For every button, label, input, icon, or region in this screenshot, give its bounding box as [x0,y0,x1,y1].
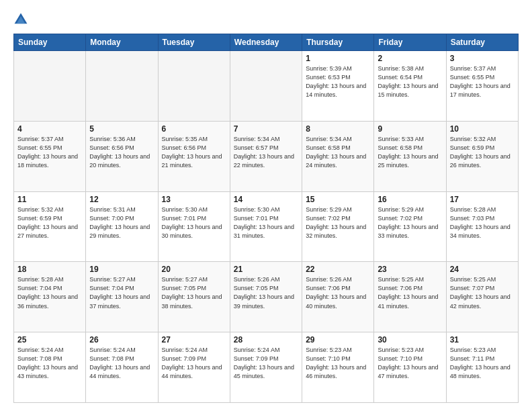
calendar-cell: 27Sunrise: 5:24 AMSunset: 7:09 PMDayligh… [158,332,230,403]
day-number: 2 [378,54,442,63]
calendar-header-sunday: Sunday [14,34,86,51]
day-info: Sunrise: 5:37 AMSunset: 6:55 PMDaylight:… [17,135,82,170]
calendar-table: SundayMondayTuesdayWednesdayThursdayFrid… [13,34,519,403]
calendar-week-row: 1Sunrise: 5:39 AMSunset: 6:53 PMDaylight… [14,51,519,122]
day-number: 12 [89,195,154,204]
calendar-cell: 2Sunrise: 5:38 AMSunset: 6:54 PMDaylight… [374,51,446,122]
calendar-cell: 21Sunrise: 5:26 AMSunset: 7:05 PMDayligh… [230,262,302,332]
day-info: Sunrise: 5:33 AMSunset: 6:58 PMDaylight:… [378,135,442,170]
calendar-cell: 24Sunrise: 5:25 AMSunset: 7:07 PMDayligh… [446,262,518,332]
day-number: 26 [89,335,154,345]
day-number: 17 [450,195,515,204]
calendar-header-tuesday: Tuesday [158,34,230,51]
logo-icon [13,12,28,27]
day-number: 31 [450,335,515,345]
calendar-cell [230,51,302,122]
day-info: Sunrise: 5:37 AMSunset: 6:55 PMDaylight:… [450,64,515,99]
calendar-header-row: SundayMondayTuesdayWednesdayThursdayFrid… [14,34,519,51]
calendar-header-monday: Monday [86,34,158,51]
day-number: 30 [378,335,442,345]
calendar-cell: 15Sunrise: 5:29 AMSunset: 7:02 PMDayligh… [302,191,374,262]
day-info: Sunrise: 5:35 AMSunset: 6:56 PMDaylight:… [162,135,226,170]
calendar-cell: 1Sunrise: 5:39 AMSunset: 6:53 PMDaylight… [302,51,374,122]
day-number: 14 [234,195,298,204]
day-info: Sunrise: 5:39 AMSunset: 6:53 PMDaylight:… [306,64,370,99]
day-info: Sunrise: 5:34 AMSunset: 6:57 PMDaylight:… [234,135,298,170]
day-number: 24 [450,265,515,274]
day-info: Sunrise: 5:30 AMSunset: 7:01 PMDaylight:… [162,205,226,240]
day-info: Sunrise: 5:29 AMSunset: 7:02 PMDaylight:… [306,205,370,240]
calendar-cell: 22Sunrise: 5:26 AMSunset: 7:06 PMDayligh… [302,262,374,332]
day-number: 21 [234,265,298,274]
day-info: Sunrise: 5:24 AMSunset: 7:09 PMDaylight:… [234,346,298,381]
day-info: Sunrise: 5:32 AMSunset: 6:59 PMDaylight:… [450,135,515,170]
day-number: 28 [234,335,298,345]
calendar-cell: 31Sunrise: 5:23 AMSunset: 7:11 PMDayligh… [446,332,518,403]
calendar-cell: 23Sunrise: 5:25 AMSunset: 7:06 PMDayligh… [374,262,446,332]
calendar-cell: 18Sunrise: 5:28 AMSunset: 7:04 PMDayligh… [14,262,86,332]
day-info: Sunrise: 5:26 AMSunset: 7:05 PMDaylight:… [234,275,298,310]
calendar-cell [86,51,158,122]
day-number: 16 [378,195,442,204]
calendar-cell: 13Sunrise: 5:30 AMSunset: 7:01 PMDayligh… [158,191,230,262]
calendar-cell: 25Sunrise: 5:24 AMSunset: 7:08 PMDayligh… [14,332,86,403]
day-info: Sunrise: 5:28 AMSunset: 7:03 PMDaylight:… [450,205,515,240]
logo [13,12,31,27]
calendar-cell: 7Sunrise: 5:34 AMSunset: 6:57 PMDaylight… [230,121,302,191]
day-info: Sunrise: 5:30 AMSunset: 7:01 PMDaylight:… [234,205,298,240]
calendar-header-friday: Friday [374,34,446,51]
calendar-cell: 12Sunrise: 5:31 AMSunset: 7:00 PMDayligh… [86,191,158,262]
calendar-cell: 9Sunrise: 5:33 AMSunset: 6:58 PMDaylight… [374,121,446,191]
calendar-week-row: 25Sunrise: 5:24 AMSunset: 7:08 PMDayligh… [14,332,519,403]
calendar-cell: 10Sunrise: 5:32 AMSunset: 6:59 PMDayligh… [446,121,518,191]
day-info: Sunrise: 5:25 AMSunset: 7:06 PMDaylight:… [378,275,442,310]
day-info: Sunrise: 5:27 AMSunset: 7:04 PMDaylight:… [89,275,154,310]
day-number: 23 [378,265,442,274]
page: SundayMondayTuesdayWednesdayThursdayFrid… [0,0,532,411]
day-number: 19 [89,265,154,274]
day-number: 5 [89,124,154,134]
calendar-cell: 11Sunrise: 5:32 AMSunset: 6:59 PMDayligh… [14,191,86,262]
calendar-cell: 20Sunrise: 5:27 AMSunset: 7:05 PMDayligh… [158,262,230,332]
calendar-cell: 17Sunrise: 5:28 AMSunset: 7:03 PMDayligh… [446,191,518,262]
day-info: Sunrise: 5:29 AMSunset: 7:02 PMDaylight:… [378,205,442,240]
day-number: 27 [162,335,226,345]
header [13,12,519,27]
day-number: 6 [162,124,226,134]
calendar-week-row: 4Sunrise: 5:37 AMSunset: 6:55 PMDaylight… [14,121,519,191]
day-number: 18 [17,265,82,274]
day-info: Sunrise: 5:24 AMSunset: 7:08 PMDaylight:… [17,346,82,381]
calendar-week-row: 11Sunrise: 5:32 AMSunset: 6:59 PMDayligh… [14,191,519,262]
day-info: Sunrise: 5:23 AMSunset: 7:11 PMDaylight:… [450,346,515,381]
day-info: Sunrise: 5:23 AMSunset: 7:10 PMDaylight:… [306,346,370,381]
calendar-cell: 30Sunrise: 5:23 AMSunset: 7:10 PMDayligh… [374,332,446,403]
calendar-cell [14,51,86,122]
day-info: Sunrise: 5:32 AMSunset: 6:59 PMDaylight:… [17,205,82,240]
calendar-cell: 16Sunrise: 5:29 AMSunset: 7:02 PMDayligh… [374,191,446,262]
day-number: 10 [450,124,515,134]
calendar-cell: 5Sunrise: 5:36 AMSunset: 6:56 PMDaylight… [86,121,158,191]
day-number: 4 [17,124,82,134]
day-number: 25 [17,335,82,345]
day-number: 13 [162,195,226,204]
day-info: Sunrise: 5:34 AMSunset: 6:58 PMDaylight:… [306,135,370,170]
calendar-cell: 3Sunrise: 5:37 AMSunset: 6:55 PMDaylight… [446,51,518,122]
day-info: Sunrise: 5:31 AMSunset: 7:00 PMDaylight:… [89,205,154,240]
calendar-cell: 26Sunrise: 5:24 AMSunset: 7:08 PMDayligh… [86,332,158,403]
day-number: 9 [378,124,442,134]
day-info: Sunrise: 5:23 AMSunset: 7:10 PMDaylight:… [378,346,442,381]
day-info: Sunrise: 5:27 AMSunset: 7:05 PMDaylight:… [162,275,226,310]
calendar-cell: 14Sunrise: 5:30 AMSunset: 7:01 PMDayligh… [230,191,302,262]
calendar-header-saturday: Saturday [446,34,518,51]
calendar-header-thursday: Thursday [302,34,374,51]
calendar-week-row: 18Sunrise: 5:28 AMSunset: 7:04 PMDayligh… [14,262,519,332]
day-number: 3 [450,54,515,63]
calendar-cell: 28Sunrise: 5:24 AMSunset: 7:09 PMDayligh… [230,332,302,403]
day-number: 7 [234,124,298,134]
day-info: Sunrise: 5:28 AMSunset: 7:04 PMDaylight:… [17,275,82,310]
calendar-cell: 8Sunrise: 5:34 AMSunset: 6:58 PMDaylight… [302,121,374,191]
day-number: 20 [162,265,226,274]
day-info: Sunrise: 5:26 AMSunset: 7:06 PMDaylight:… [306,275,370,310]
day-info: Sunrise: 5:24 AMSunset: 7:09 PMDaylight:… [162,346,226,381]
day-info: Sunrise: 5:24 AMSunset: 7:08 PMDaylight:… [89,346,154,381]
